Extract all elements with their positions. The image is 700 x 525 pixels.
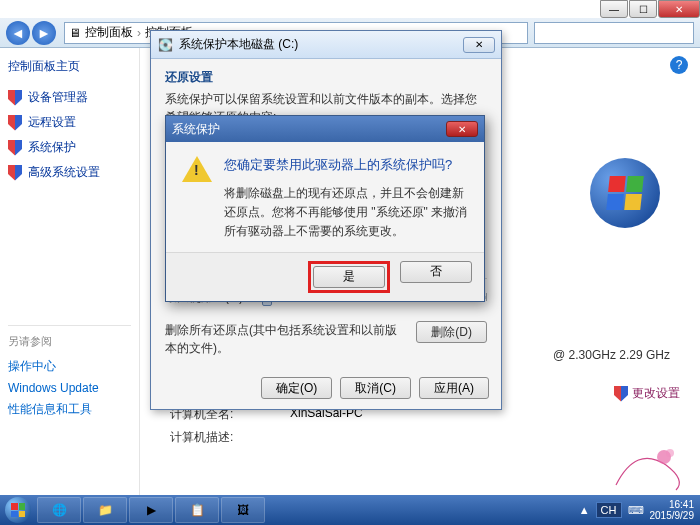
sidebar-item-label: 系统保护	[28, 139, 76, 156]
delete-description: 删除所有还原点(其中包括系统设置和以前版本的文件)。	[165, 321, 406, 357]
taskbar-item-app1[interactable]: 📋	[175, 497, 219, 523]
nav-back-button[interactable]: ◄	[6, 21, 30, 45]
max-button[interactable]: ☐	[629, 0, 657, 18]
confirm-dialog: 系统保护 ✕ 您确定要禁用此驱动器上的系统保护吗? 将删除磁盘上的现有还原点，并…	[165, 115, 485, 302]
start-button[interactable]	[0, 495, 36, 525]
sidebar: 控制面板主页 设备管理器 远程设置 系统保护 高级系统设置 另请参阅 操作中心 …	[0, 48, 140, 495]
sidebar-item-label: 远程设置	[28, 114, 76, 131]
confirm-title: 系统保护	[172, 121, 446, 138]
system-tray: ▲ CH ⌨ 16:412015/9/29	[579, 499, 700, 521]
help-icon[interactable]: ?	[670, 56, 688, 74]
see-also-label: 另请参阅	[8, 334, 131, 349]
restore-section-title: 还原设置	[165, 69, 487, 86]
dialog-titlebar[interactable]: 💽 系统保护本地磁盘 (C:) ✕	[151, 31, 501, 59]
keyboard-icon[interactable]: ⌨	[628, 504, 644, 517]
sidebar-home-link[interactable]: 控制面板主页	[8, 58, 131, 75]
monitor-icon: 🖥	[69, 26, 81, 40]
sidebar-item-advanced[interactable]: 高级系统设置	[8, 160, 131, 185]
ok-button[interactable]: 确定(O)	[261, 377, 332, 399]
breadcrumb-item[interactable]: 控制面板	[85, 24, 133, 41]
confirm-close-button[interactable]: ✕	[446, 121, 478, 137]
min-button[interactable]: —	[600, 0, 628, 18]
clock[interactable]: 16:412015/9/29	[650, 499, 695, 521]
cpu-info: @ 2.30GHz 2.29 GHz	[553, 348, 670, 362]
shield-icon	[8, 90, 22, 106]
cancel-button[interactable]: 取消(C)	[340, 377, 411, 399]
confirm-detail: 将删除磁盘上的现有还原点，并且不会创建新还原点。您将不再能够使用 "系统还原" …	[224, 184, 468, 242]
link-windows-update[interactable]: Windows Update	[8, 378, 131, 398]
shield-icon	[8, 140, 22, 156]
taskbar-item-app2[interactable]: 🖼	[221, 497, 265, 523]
chevron-right-icon: ›	[137, 26, 141, 40]
link-performance[interactable]: 性能信息和工具	[8, 398, 131, 421]
yes-highlight: 是	[308, 261, 390, 293]
apply-button[interactable]: 应用(A)	[419, 377, 489, 399]
windows-logo	[590, 158, 660, 228]
dialog-title: 系统保护本地磁盘 (C:)	[179, 36, 463, 53]
change-settings-link[interactable]: 更改设置	[614, 385, 680, 402]
confirm-titlebar[interactable]: 系统保护 ✕	[166, 116, 484, 142]
warning-icon	[182, 156, 212, 186]
taskbar-item-ie[interactable]: 🌐	[37, 497, 81, 523]
nav-forward-button[interactable]: ►	[32, 21, 56, 45]
delete-button[interactable]: 删除(D)	[416, 321, 487, 343]
detail-label: 计算机描述:	[170, 429, 250, 446]
no-button[interactable]: 否	[400, 261, 472, 283]
sidebar-item-device-manager[interactable]: 设备管理器	[8, 85, 131, 110]
taskbar-item-media[interactable]: ▶	[129, 497, 173, 523]
drive-icon: 💽	[157, 37, 173, 53]
ime-indicator[interactable]: CH	[596, 502, 622, 518]
search-input[interactable]	[534, 22, 694, 44]
dialog-close-button[interactable]: ✕	[463, 37, 495, 53]
tray-flag-icon[interactable]: ▲	[579, 504, 590, 516]
confirm-question: 您确定要禁用此驱动器上的系统保护吗?	[224, 156, 468, 174]
sidebar-item-label: 高级系统设置	[28, 164, 100, 181]
taskbar: 🌐 📁 ▶ 📋 🖼 ▲ CH ⌨ 16:412015/9/29	[0, 495, 700, 525]
sidebar-item-label: 设备管理器	[28, 89, 88, 106]
taskbar-item-explorer[interactable]: 📁	[83, 497, 127, 523]
yes-button[interactable]: 是	[313, 266, 385, 288]
link-action-center[interactable]: 操作中心	[8, 355, 131, 378]
shield-icon	[614, 386, 628, 402]
shield-icon	[8, 115, 22, 131]
sidebar-item-remote[interactable]: 远程设置	[8, 110, 131, 135]
sidebar-item-system-protection[interactable]: 系统保护	[8, 135, 131, 160]
close-button[interactable]: ✕	[658, 0, 700, 18]
shield-icon	[8, 165, 22, 181]
